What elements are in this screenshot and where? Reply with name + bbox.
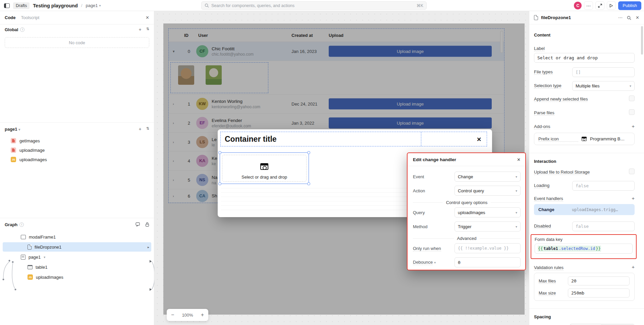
breadcrumb-separator: /: [81, 3, 83, 8]
table-icon: [28, 265, 33, 269]
event-handler-chip[interactable]: Change uploadImages.trigg…: [534, 204, 635, 215]
chevron-down-icon[interactable]: ▾: [44, 255, 45, 259]
max-files-input[interactable]: 20: [568, 276, 630, 285]
popup-title: Edit change handler: [413, 157, 456, 162]
method-label: Method: [413, 224, 454, 229]
form-data-key-input[interactable]: {{ table1.selectedRow.id }}: [535, 244, 633, 254]
add-validation-rule-button[interactable]: +: [632, 264, 635, 270]
query-item[interactable]: JSuploadImages: [0, 155, 154, 164]
file-icon: [28, 245, 32, 250]
max-size-input[interactable]: 250mb: [568, 288, 630, 298]
max-size-label: Max size: [539, 290, 556, 296]
resize-handle[interactable]: [218, 151, 221, 154]
preview-button[interactable]: [607, 1, 616, 10]
options-divider: Control query options: [413, 200, 521, 205]
graph-section-label: Graph: [5, 222, 17, 227]
lock-icon[interactable]: [145, 222, 149, 227]
append-files-checkbox[interactable]: [629, 95, 635, 101]
page1-section-label[interactable]: page1 ▾: [5, 127, 20, 132]
tab-toolscript[interactable]: Toolscript: [21, 15, 40, 20]
query-select[interactable]: uploadImages▾: [454, 207, 521, 217]
prefix-icon-value: Programming B…: [590, 136, 630, 141]
file-types-input[interactable]: []: [572, 67, 635, 77]
query-name: uploadImages: [19, 157, 47, 162]
comment-icon[interactable]: [136, 222, 141, 227]
modal-title: Container title: [225, 135, 277, 144]
drafts-badge[interactable]: Drafts: [13, 2, 30, 9]
action-label: Action: [413, 188, 454, 193]
more-menu-button[interactable]: ⋯: [584, 1, 593, 10]
popup-close-icon[interactable]: ✕: [517, 157, 521, 162]
query-item[interactable]: getImages: [0, 136, 154, 145]
close-icon[interactable]: ✕: [146, 15, 149, 20]
loading-input[interactable]: false: [572, 181, 635, 191]
expand-button[interactable]: [595, 1, 604, 10]
debounce-input[interactable]: 0: [454, 257, 521, 267]
graph-node-page1[interactable]: page1▾: [3, 252, 151, 262]
search-shortcut: ⌘K: [417, 3, 423, 8]
add-page-query-button[interactable]: +: [139, 126, 142, 132]
resize-handle[interactable]: [218, 182, 221, 185]
js-icon: JS: [28, 274, 33, 280]
inspector-panel: fileDropzone1 ⋯ ✕ Content Label Select o…: [529, 11, 644, 325]
zoom-out-button[interactable]: −: [171, 312, 174, 318]
modal-close-icon[interactable]: ✕: [477, 136, 481, 143]
global-section-label: Global: [5, 27, 18, 32]
graph-node-fileDropzone1[interactable]: fileDropzone1▸: [3, 242, 151, 252]
only-run-when-label: Only run when: [413, 246, 441, 251]
prefix-icon-row[interactable]: Prefix icon Programming B…: [534, 133, 635, 145]
add-addon-button[interactable]: +: [632, 123, 635, 129]
edit-change-handler-popup: Edit change handler ✕ Event Change▾ Acti…: [407, 152, 526, 270]
add-event-handler-button[interactable]: +: [632, 195, 635, 201]
graph-node-table1[interactable]: table1: [3, 262, 151, 272]
graph-tree: modalFrame1fileDropzone1▸page1▾table1JSu…: [0, 232, 154, 282]
disabled-input[interactable]: false: [572, 221, 635, 231]
action-select[interactable]: Control query▾: [454, 186, 521, 196]
event-select[interactable]: Change▾: [454, 172, 521, 182]
graph-node-uploadImages[interactable]: JSuploadImages: [3, 272, 151, 282]
node-name: uploadImages: [36, 275, 63, 280]
user-avatar[interactable]: C: [574, 2, 582, 9]
resize-handle[interactable]: [307, 151, 310, 154]
selection-type-label: Selection type: [534, 83, 561, 88]
chevron-down-icon[interactable]: ▾: [434, 261, 436, 264]
node-arrow-icon: ▸: [148, 245, 149, 249]
tab-code[interactable]: Code: [5, 15, 16, 20]
resource-query-icon: [11, 138, 16, 143]
parse-files-checkbox[interactable]: [629, 109, 635, 115]
only-run-when-input[interactable]: {{ !!example.value }}: [454, 243, 521, 253]
content-section-label: Content: [534, 32, 550, 38]
modal-title-selection[interactable]: Container title ✕: [220, 132, 487, 146]
search-icon[interactable]: [627, 16, 631, 20]
event-handlers-label: Event handlers: [534, 196, 563, 201]
method-select[interactable]: Trigger▾: [454, 221, 521, 232]
inspector-scrollbar[interactable]: [641, 26, 643, 55]
selection-type-select[interactable]: Multiple files▾: [572, 81, 635, 91]
play-icon: [609, 4, 613, 8]
collapse-icon[interactable]: ⇅: [146, 126, 149, 132]
label-input[interactable]: Select or drag and drop: [534, 53, 635, 63]
file-dropzone-component[interactable]: Select or drag and drop: [220, 152, 309, 184]
event-label: Event: [413, 174, 454, 179]
resize-handle[interactable]: [307, 182, 310, 185]
breadcrumb-page[interactable]: page1▾: [86, 3, 101, 8]
file-types-label: File types: [534, 69, 553, 75]
upload-storage-checkbox[interactable]: [629, 169, 635, 174]
app-title: Testing playground: [33, 3, 77, 8]
expand-icon: [598, 4, 602, 8]
zoom-in-button[interactable]: +: [201, 312, 204, 318]
spacing-section-label: Spacing: [534, 314, 551, 319]
graph-node-modalFrame1[interactable]: modalFrame1: [3, 232, 151, 242]
add-query-button[interactable]: +: [139, 27, 142, 32]
home-panel-icon[interactable]: [4, 3, 10, 8]
inspector-more-button[interactable]: ⋯: [618, 15, 623, 20]
debounce-label: Debounce: [413, 260, 433, 265]
collapse-icon[interactable]: ⇅: [146, 27, 149, 32]
publish-button[interactable]: Publish: [618, 1, 641, 10]
info-icon: i: [19, 222, 24, 227]
query-item[interactable]: uploadImage: [0, 145, 154, 155]
search-placeholder: Search for components, queries, and acti…: [211, 3, 414, 8]
global-search-input[interactable]: Search for components, queries, and acti…: [201, 1, 427, 10]
editor-canvas[interactable]: ID User Created at Upload ▾0CFChic Footi…: [154, 11, 529, 325]
inspector-close-button[interactable]: ✕: [636, 15, 639, 20]
